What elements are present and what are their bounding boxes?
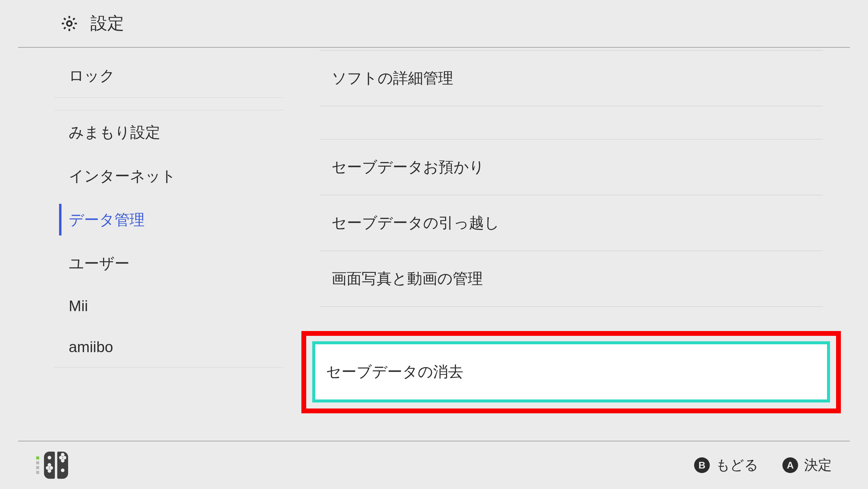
footer-buttons: B もどる A 決定 xyxy=(694,456,832,475)
sidebar-item-label: データ管理 xyxy=(69,211,145,228)
back-button[interactable]: B もどる xyxy=(694,456,758,475)
sidebar-item-label: みまもり設定 xyxy=(69,124,160,141)
content-area: ロック みまもり設定 インターネット データ管理 ユーザー Mii amiibo… xyxy=(0,48,868,428)
section-gap xyxy=(319,106,823,140)
confirm-button[interactable]: A 決定 xyxy=(782,456,832,475)
b-button-icon: B xyxy=(694,457,710,473)
menu-item-label: セーブデータお預かり xyxy=(332,159,484,176)
sidebar-item-label: インターネット xyxy=(69,167,176,184)
footer: B もどる A 決定 xyxy=(18,441,850,489)
menu-item-save-transfer[interactable]: セーブデータの引っ越し xyxy=(319,195,823,251)
sidebar-item-parental[interactable]: みまもり設定 xyxy=(54,110,283,154)
sidebar-spacer xyxy=(54,98,283,110)
page-title: 設定 xyxy=(90,12,124,35)
sidebar: ロック みまもり設定 インターネット データ管理 ユーザー Mii amiibo xyxy=(0,48,283,428)
menu-item-label: セーブデータの引っ越し xyxy=(332,214,499,231)
gear-icon xyxy=(60,14,79,33)
menu-item-screenshots[interactable]: 画面写真と動画の管理 xyxy=(319,250,823,307)
sidebar-item-data-management[interactable]: データ管理 xyxy=(54,198,283,242)
svg-point-0 xyxy=(67,21,72,26)
highlight-box: セーブデータの消去 xyxy=(301,331,841,413)
sidebar-item-label: ロック xyxy=(69,67,115,84)
sidebar-item-label: amiibo xyxy=(69,339,113,356)
sidebar-item-label: Mii xyxy=(69,298,88,314)
menu-item-label: セーブデータの消去 xyxy=(326,363,463,380)
a-button-icon: A xyxy=(782,457,798,473)
sidebar-item-internet[interactable]: インターネット xyxy=(54,154,283,198)
confirm-label: 決定 xyxy=(804,456,832,475)
back-label: もどる xyxy=(716,456,758,475)
menu-item-save-cloud[interactable]: セーブデータお預かり xyxy=(319,139,823,195)
joycon-right-icon xyxy=(57,452,68,479)
sidebar-item-user[interactable]: ユーザー xyxy=(54,242,283,285)
sidebar-item-label: ユーザー xyxy=(69,255,130,272)
controller-icon xyxy=(36,452,68,479)
sidebar-item-amiibo[interactable]: amiibo xyxy=(54,326,283,367)
menu-item-software-details[interactable]: ソフトの詳細管理 xyxy=(319,50,823,106)
menu-item-delete-save[interactable]: セーブデータの消去 xyxy=(312,341,830,402)
header: 設定 xyxy=(18,0,850,48)
menu-item-label: ソフトの詳細管理 xyxy=(332,70,453,87)
sidebar-item-lock[interactable]: ロック xyxy=(54,54,283,98)
joycon-left-icon xyxy=(44,452,55,479)
menu-item-label: 画面写真と動画の管理 xyxy=(332,270,483,287)
signal-indicator xyxy=(36,456,39,474)
main-panel: ソフトの詳細管理 セーブデータお預かり セーブデータの引っ越し 画面写真と動画の… xyxy=(283,48,868,428)
sidebar-item-mii[interactable]: Mii xyxy=(54,285,283,326)
